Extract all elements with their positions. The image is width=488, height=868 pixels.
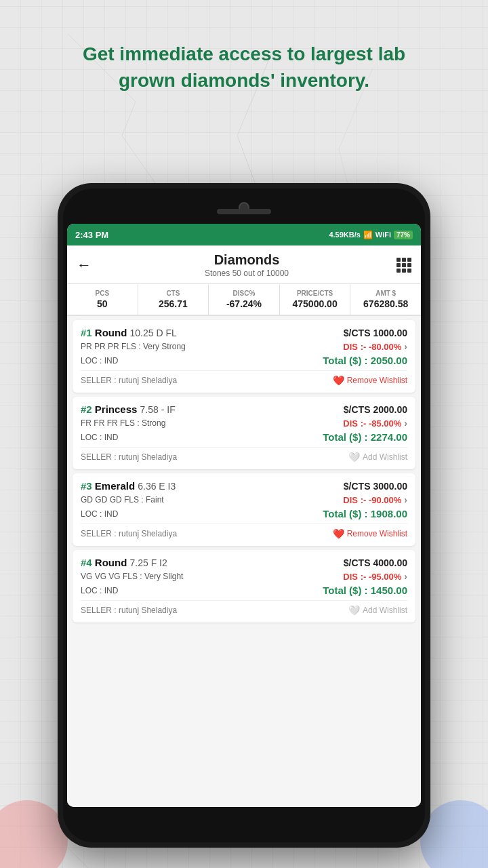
diamond-row2: PR PR PR FLS : Very Strong DIS :- -80.00…	[81, 341, 407, 352]
grid-dot	[396, 269, 401, 273]
heart-icon: ❤️	[333, 375, 344, 386]
diamond-total: Total ($) : 2050.00	[323, 355, 407, 366]
signal-icon: 📶	[363, 231, 373, 239]
page-subtitle: Stones 50 out of 10000	[97, 269, 396, 278]
stat-label: CTS	[141, 290, 206, 297]
stat-value: 50	[70, 298, 135, 309]
stat-value: 475000.00	[283, 298, 348, 309]
diamond-row2: GD GD GD FLS : Faint DIS :- -90.00% ›	[81, 494, 407, 505]
diamond-location: LOC : IND	[81, 356, 118, 366]
diamond-location: LOC : IND	[81, 509, 118, 519]
price-cts: $/CTS 2000.00	[344, 404, 407, 415]
grid-view-button[interactable]	[396, 258, 411, 273]
wishlist-button[interactable]: 🤍 Add Wishlist	[348, 605, 407, 616]
diamond-card-4[interactable]: #4 Round 7.25 F I2 $/CTS 4000.00 VG VG V…	[73, 550, 415, 623]
price-cts: $/CTS 3000.00	[344, 481, 407, 492]
seller-name: SELLER : rutunj Sheladiya	[81, 376, 177, 385]
diamond-row3: LOC : IND Total ($) : 2274.00	[81, 431, 407, 443]
stats-bar: PCS 50 CTS 256.71 DISC% -67.24% PRICE/CT…	[67, 284, 421, 316]
wishlist-button[interactable]: ❤️ Remove Wishlist	[333, 528, 407, 539]
chevron-right-icon: ›	[404, 494, 407, 505]
wishlist-button[interactable]: 🤍 Add Wishlist	[348, 452, 407, 462]
diamond-index: #4	[81, 557, 95, 568]
speaker	[217, 209, 271, 214]
diamond-row1: #4 Round 7.25 F I2 $/CTS 4000.00	[81, 557, 407, 568]
stat-label: DISC%	[211, 290, 277, 297]
diamond-card-1[interactable]: #1 Round 10.25 D FL $/CTS 1000.00 PR PR …	[73, 320, 415, 393]
diamond-total: Total ($) : 1450.00	[323, 585, 407, 596]
diamond-details: 7.25 F I2	[130, 557, 167, 568]
stat-value: 256.71	[141, 298, 206, 309]
back-button[interactable]: ←	[77, 256, 97, 274]
grid-dot	[407, 269, 411, 273]
diamond-row1: #3 Emerald 6.36 E I3 $/CTS 3000.00	[81, 480, 407, 492]
diamond-row3: LOC : IND Total ($) : 2050.00	[81, 355, 407, 366]
diamond-location: LOC : IND	[81, 586, 118, 595]
diamond-row1: #1 Round 10.25 D FL $/CTS 1000.00	[81, 327, 407, 338]
stat-cts: CTS 256.71	[138, 284, 209, 315]
diamond-grades: PR PR PR FLS : Very Strong	[81, 342, 186, 351]
stat-label: PRICE/CTS	[283, 290, 348, 297]
diamond-discount: DIS :- -95.00% ›	[343, 571, 407, 582]
stat-label: AMT $	[353, 290, 418, 297]
wishlist-label: Remove Wishlist	[347, 376, 407, 385]
grid-dot	[402, 269, 406, 273]
diamond-location: LOC : IND	[81, 433, 118, 442]
diamond-name: #1 Round 10.25 D FL	[81, 327, 177, 338]
chevron-right-icon: ›	[404, 341, 407, 352]
diamond-card-2[interactable]: #2 Princess 7.58 - IF $/CTS 2000.00 FR F…	[73, 397, 415, 469]
diamond-row2: VG VG VG FLS : Very Slight DIS :- -95.00…	[81, 571, 407, 582]
diamond-card-3[interactable]: #3 Emerald 6.36 E I3 $/CTS 3000.00 GD GD…	[73, 473, 415, 546]
diamond-row3: LOC : IND Total ($) : 1450.00	[81, 585, 407, 596]
phone-frame: 2:43 PM 4.59KB/s 📶 WiFi 77% ← Diamonds S…	[58, 183, 430, 848]
grid-dot	[407, 258, 411, 262]
status-bar: 2:43 PM 4.59KB/s 📶 WiFi 77%	[67, 224, 421, 245]
wifi-icon: WiFi	[375, 231, 391, 239]
grid-dot	[396, 263, 401, 267]
diamond-grades: FR FR FR FLS : Strong	[81, 418, 165, 428]
seller-row: SELLER : rutunj Sheladiya 🤍 Add Wishlist	[81, 600, 407, 616]
diamond-total: Total ($) : 2274.00	[323, 431, 407, 443]
wishlist-label: Add Wishlist	[363, 606, 407, 615]
diamond-name: #4 Round 7.25 F I2	[81, 557, 167, 568]
seller-row: SELLER : rutunj Sheladiya ❤️ Remove Wish…	[81, 524, 407, 539]
seller-name: SELLER : rutunj Sheladiya	[81, 452, 177, 462]
seller-row: SELLER : rutunj Sheladiya 🤍 Add Wishlist	[81, 447, 407, 462]
diamond-name: #3 Emerald 6.36 E I3	[81, 480, 176, 492]
stat-value: 676280.58	[353, 298, 418, 309]
headline-line1: Get immediate access to largest lab	[83, 43, 405, 64]
network-speed: 4.59KB/s	[329, 231, 360, 239]
seller-name: SELLER : rutunj Sheladiya	[81, 529, 177, 538]
page-title: Diamonds	[97, 252, 396, 268]
diamond-discount: DIS :- -80.00% ›	[343, 341, 407, 352]
diamond-index: #1	[81, 327, 95, 338]
price-cts: $/CTS 4000.00	[344, 557, 407, 568]
price-cts: $/CTS 1000.00	[344, 328, 407, 338]
stat-amt $: AMT $ 676280.58	[350, 284, 421, 315]
diamond-discount: DIS :- -85.00% ›	[343, 418, 407, 429]
stat-disc%: DISC% -67.24%	[209, 284, 280, 315]
status-time: 2:43 PM	[75, 230, 108, 240]
diamond-discount: DIS :- -90.00% ›	[343, 494, 407, 505]
chevron-right-icon: ›	[404, 418, 407, 429]
diamond-shape: Round	[95, 327, 130, 338]
diamond-total: Total ($) : 1908.00	[323, 508, 407, 519]
heart-icon: ❤️	[333, 528, 344, 539]
diamond-grades: GD GD GD FLS : Faint	[81, 495, 164, 505]
stat-value: -67.24%	[211, 298, 277, 309]
blue-decoration	[420, 800, 488, 868]
heart-icon: 🤍	[348, 605, 360, 616]
diamond-grades: VG VG VG FLS : Very Slight	[81, 572, 183, 581]
diamond-details: 10.25 D FL	[130, 328, 177, 338]
phone-screen: 2:43 PM 4.59KB/s 📶 WiFi 77% ← Diamonds S…	[67, 224, 421, 807]
battery-indicator: 77%	[394, 231, 413, 239]
headline-line2: grown diamonds' inventory.	[119, 70, 369, 91]
wishlist-button[interactable]: ❤️ Remove Wishlist	[333, 375, 407, 386]
grid-dot	[402, 263, 406, 267]
diamond-name: #2 Princess 7.58 - IF	[81, 403, 176, 415]
chevron-right-icon: ›	[404, 571, 407, 582]
diamond-index: #2	[81, 403, 95, 415]
heart-icon: 🤍	[348, 452, 360, 462]
diamond-row3: LOC : IND Total ($) : 1908.00	[81, 508, 407, 519]
app-header: ← Diamonds Stones 50 out of 10000	[67, 245, 421, 284]
